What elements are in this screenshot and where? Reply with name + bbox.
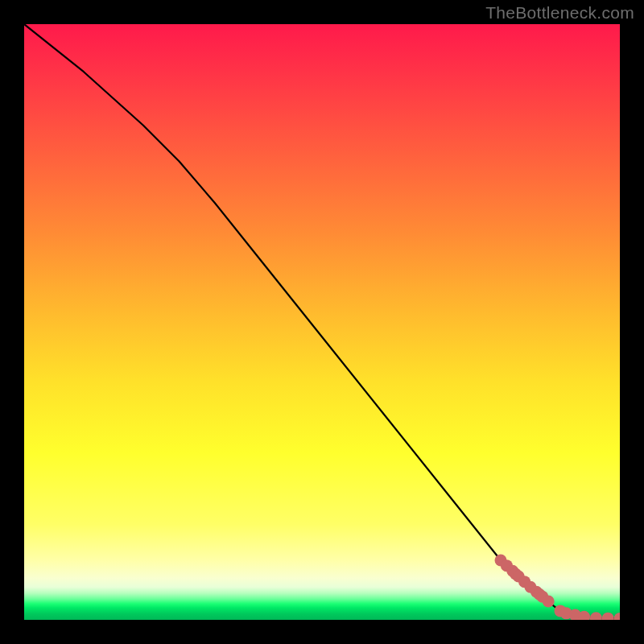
marker-point xyxy=(602,613,614,620)
marker-group xyxy=(495,555,621,621)
chart-frame: TheBottleneck.com xyxy=(0,0,644,644)
marker-point xyxy=(614,613,621,620)
chart-svg xyxy=(24,24,620,620)
marker-point xyxy=(543,596,555,608)
curve-line xyxy=(24,24,620,619)
watermark-text: TheBottleneck.com xyxy=(485,3,634,23)
marker-point xyxy=(590,612,602,620)
plot-area xyxy=(24,24,620,620)
